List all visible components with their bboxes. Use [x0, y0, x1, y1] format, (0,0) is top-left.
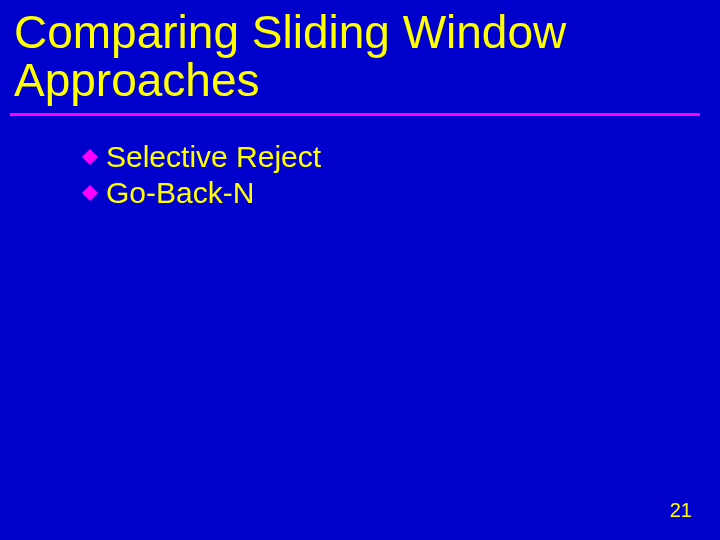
bullet-list: Selective Reject Go-Back-N [0, 140, 720, 211]
title-underline [10, 113, 700, 116]
slide-title: Comparing Sliding Window Approaches [0, 0, 720, 111]
page-number: 21 [670, 499, 692, 522]
svg-marker-1 [82, 185, 98, 201]
bullet-label: Go-Back-N [106, 176, 254, 211]
svg-marker-0 [82, 149, 98, 165]
diamond-bullet-icon [80, 183, 100, 203]
list-item: Go-Back-N [80, 176, 720, 211]
diamond-bullet-icon [80, 147, 100, 167]
bullet-label: Selective Reject [106, 140, 321, 175]
list-item: Selective Reject [80, 140, 720, 175]
